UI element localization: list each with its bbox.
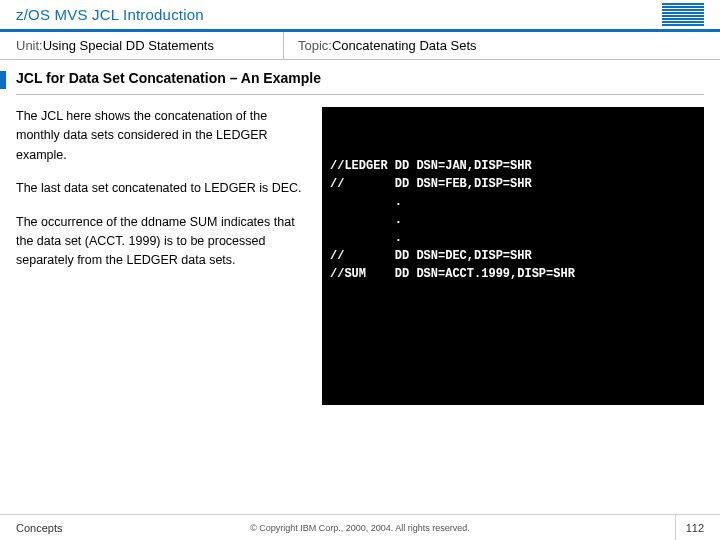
body-text: The JCL here shows the concatenation of … [16,107,306,405]
topic-block: Topic: Concatenating Data Sets [284,38,477,53]
section-heading: JCL for Data Set Concatenation – An Exam… [16,70,321,92]
heading-accent [0,71,6,89]
course-title: z/OS MVS JCL Introduction [16,6,204,23]
topic-label: Topic: [298,38,332,53]
footer-copyright: © Copyright IBM Corp., 2000, 2004. All r… [250,523,470,533]
jcl-terminal: //LEDGER DD DSN=JAN,DISP=SHR // DD DSN=F… [322,107,704,405]
footer: Concepts © Copyright IBM Corp., 2000, 20… [0,514,720,540]
subtitle-bar: Unit: Using Special DD Statements Topic:… [0,32,720,60]
paragraph-1: The JCL here shows the concatenation of … [16,107,306,165]
content-area: The JCL here shows the concatenation of … [0,95,720,405]
ibm-logo [662,3,704,26]
unit-block: Unit: Using Special DD Statements [16,32,284,59]
section-heading-row: JCL for Data Set Concatenation – An Exam… [0,60,720,92]
title-bar: z/OS MVS JCL Introduction [0,0,720,32]
topic-value: Concatenating Data Sets [332,38,477,53]
paragraph-2: The last data set concatenated to LEDGER… [16,179,306,198]
unit-value: Using Special DD Statements [43,38,214,53]
footer-page-number: 112 [675,515,704,540]
paragraph-3: The occurrence of the ddname SUM indicat… [16,213,306,271]
unit-label: Unit: [16,38,43,53]
footer-left: Concepts [16,522,62,534]
